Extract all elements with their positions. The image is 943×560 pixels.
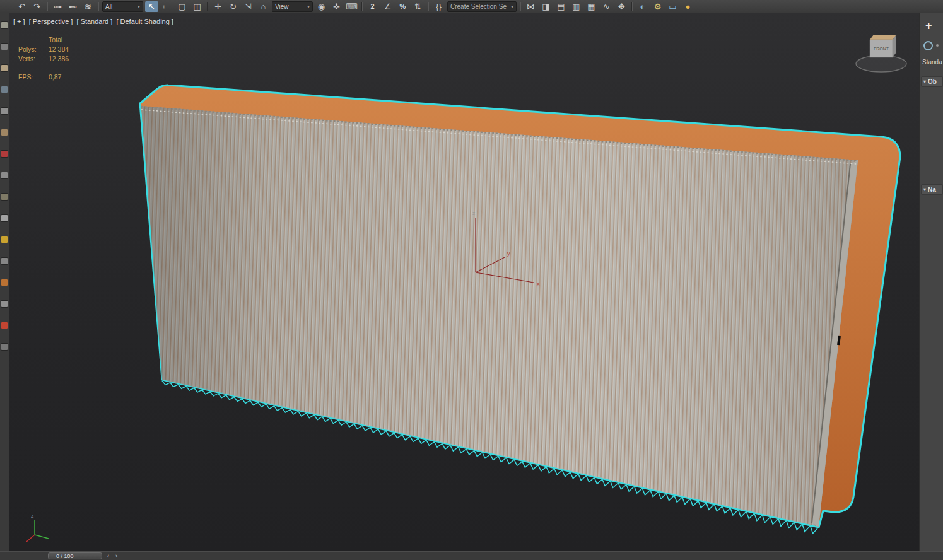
viewport-general-menu[interactable]: [ + ]	[13, 18, 25, 25]
left-toolbar	[0, 13, 9, 551]
perspective-viewport[interactable]: z y x z FRONT [ + ] [ Perspective ] [ St…	[9, 13, 920, 551]
stats-fps-value: 0,87	[49, 73, 69, 81]
select-by-name-icon[interactable]: ≔	[160, 1, 173, 12]
toolbar-separator	[631, 2, 633, 11]
rendered-frame-window-icon[interactable]: ▭	[666, 1, 679, 12]
stats-polys-value: 12 384	[49, 45, 69, 54]
reference-coordinate-dropdown-value: View	[275, 3, 289, 10]
stats-total-header: Total	[49, 36, 69, 44]
keyboard-shortcut-override-icon[interactable]: ⌨	[345, 1, 358, 12]
chevron-down-icon: ▾	[307, 4, 310, 9]
toolbar-separator	[47, 2, 48, 11]
rectangular-selection-region-icon[interactable]: ▢	[175, 1, 189, 12]
tripod-x-label: x	[537, 281, 540, 287]
curve-editor-icon[interactable]: ∿	[600, 1, 613, 12]
scene-3d-view: z y x z FRONT	[9, 13, 920, 551]
left-toolbar-icon-4[interactable]	[1, 86, 8, 93]
viewport-shading-menu[interactable]: [ Default Shading ]	[116, 18, 173, 25]
main-toolbar: ↶↷⊶⊷≋All▾↖≔▢◫✛↻⇲⌂View▾◉✜⌨2∠%⇅{}Create Se…	[0, 0, 943, 13]
stats-polys-label: Polys:	[18, 45, 45, 54]
toggle-ribbon-icon[interactable]: ▦	[585, 1, 598, 12]
toolbar-separator	[428, 2, 429, 11]
stats-fps-label: FPS:	[18, 73, 45, 81]
toolbar-separator	[520, 2, 521, 11]
select-and-link-icon[interactable]: ⊶	[51, 1, 64, 12]
window-crossing-icon[interactable]: ◫	[190, 1, 204, 12]
time-slider-handle[interactable]: 0 / 100	[48, 552, 102, 559]
toolbar-separator	[98, 2, 99, 11]
schematic-view-icon[interactable]: ✥	[615, 1, 628, 12]
toggle-scene-explorer-icon[interactable]: ▤	[554, 1, 568, 12]
selection-filter-dropdown-value: All	[105, 3, 112, 10]
toolbar-separator	[207, 2, 208, 11]
object-category-dropdown[interactable]: Standa	[922, 59, 942, 66]
left-toolbar-icon-9[interactable]	[1, 194, 8, 200]
next-frame-button[interactable]: ›	[113, 552, 120, 560]
snaps-toggle-icon[interactable]: 2	[366, 1, 379, 12]
mirror-icon[interactable]: ⋈	[524, 1, 537, 12]
redo-icon[interactable]: ↷	[30, 1, 44, 12]
select-and-move-icon[interactable]: ✛	[211, 1, 225, 12]
left-toolbar-icon-12[interactable]	[1, 258, 8, 264]
chevron-down-icon: ▾	[138, 4, 140, 9]
edit-named-selection-sets-icon[interactable]: {}	[432, 1, 445, 12]
select-object-icon[interactable]: ↖	[145, 1, 158, 12]
select-and-scale-icon[interactable]: ⇲	[242, 1, 255, 12]
chevron-down-icon: ▾	[923, 187, 926, 192]
viewcube-ring[interactable]	[856, 55, 906, 72]
rollout-name-and-color-label: Na	[928, 186, 936, 193]
left-toolbar-icon-11[interactable]	[1, 236, 8, 243]
tripod-z-label: z	[472, 210, 476, 216]
render-production-icon[interactable]: ●	[681, 1, 694, 12]
left-toolbar-icon-16[interactable]	[1, 344, 8, 350]
viewport-label: [ + ] [ Perspective ] [ Standard ] [ Def…	[13, 18, 175, 25]
left-toolbar-icon-6[interactable]	[1, 129, 8, 136]
left-toolbar-icon-10[interactable]	[1, 215, 8, 221]
select-and-rotate-icon[interactable]: ↻	[226, 1, 240, 12]
command-panel: + Standa ▾ Ob ▾ Na	[919, 13, 943, 551]
end-cap-clip-mark	[838, 336, 840, 345]
left-toolbar-icon-13[interactable]	[1, 279, 8, 286]
percent-snap-icon[interactable]: %	[396, 1, 409, 12]
named-selection-set-field-value: Create Selection Se	[450, 3, 507, 10]
stats-verts-label: Verts:	[18, 55, 45, 63]
select-and-place-icon[interactable]: ⌂	[257, 1, 270, 12]
left-toolbar-icon-8[interactable]	[1, 172, 8, 178]
statistics-overlay: Total Polys: 12 384 Verts: 12 386 FPS: 0…	[18, 36, 69, 81]
toggle-layer-explorer-icon[interactable]: ▥	[570, 1, 583, 12]
viewport-style-menu[interactable]: [ Standard ]	[76, 18, 112, 25]
reference-coordinate-dropdown[interactable]: View▾	[272, 1, 313, 12]
left-toolbar-icon-1[interactable]	[1, 22, 8, 28]
left-toolbar-icon-14[interactable]	[1, 301, 8, 307]
use-pivot-point-icon[interactable]: ◉	[315, 1, 328, 12]
select-and-manipulate-icon[interactable]: ✜	[330, 1, 343, 12]
previous-frame-button[interactable]: ‹	[105, 552, 112, 560]
rollout-object-type[interactable]: ▾ Ob	[921, 76, 943, 87]
named-selection-set-field[interactable]: Create Selection Se▾	[447, 1, 517, 12]
selection-filter-dropdown[interactable]: All▾	[102, 1, 143, 12]
unlink-selection-icon[interactable]: ⊷	[66, 1, 79, 12]
angle-snap-icon[interactable]: ∠	[381, 1, 394, 12]
render-setup-icon[interactable]: ⚙	[651, 1, 664, 12]
stats-spacer	[18, 64, 69, 72]
spinner-snap-icon[interactable]: ⇅	[411, 1, 425, 12]
create-tab-plus-icon[interactable]: +	[925, 20, 932, 33]
align-icon[interactable]: ◨	[539, 1, 553, 12]
radio-button-icon[interactable]	[923, 41, 933, 50]
chevron-down-icon: ▾	[923, 79, 926, 85]
left-toolbar-icon-15[interactable]	[1, 322, 8, 329]
left-toolbar-icon-7[interactable]	[1, 151, 8, 157]
viewcube-top-face[interactable]	[870, 35, 896, 40]
world-axis-z-label: z	[31, 513, 34, 519]
left-toolbar-icon-3[interactable]	[1, 65, 8, 71]
viewport-pov-menu[interactable]: [ Perspective ]	[29, 18, 73, 25]
left-toolbar-icon-2[interactable]	[1, 44, 8, 50]
rollout-name-and-color[interactable]: ▾ Na	[921, 184, 943, 195]
viewcube-front-label[interactable]: FRONT	[874, 47, 889, 51]
bind-to-space-warp-icon[interactable]: ≋	[81, 1, 95, 12]
left-toolbar-icon-5[interactable]	[1, 108, 8, 114]
undo-icon[interactable]: ↶	[15, 1, 28, 12]
panel-dot-icon	[936, 44, 939, 47]
stats-empty-cell	[18, 36, 45, 44]
material-editor-icon[interactable]: ◐	[636, 1, 649, 12]
